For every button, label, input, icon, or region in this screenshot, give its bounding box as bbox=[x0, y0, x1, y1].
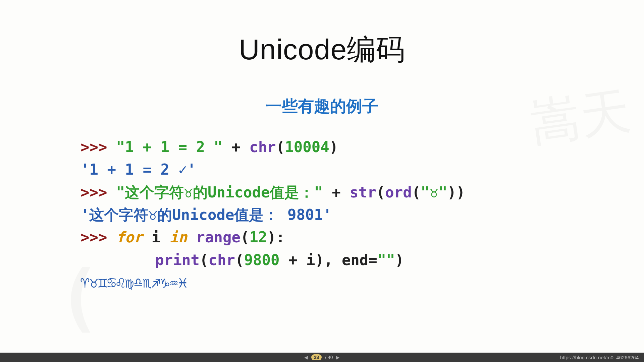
operator-plus: + bbox=[279, 251, 306, 268]
paren-open: ( bbox=[200, 251, 209, 268]
paren-close: ) bbox=[395, 251, 404, 268]
repl-prompt: >>> bbox=[80, 229, 116, 246]
keyword-in: in bbox=[169, 229, 187, 246]
space bbox=[143, 229, 152, 246]
paren-open: ( bbox=[240, 229, 250, 246]
kwarg-end: end bbox=[342, 251, 368, 268]
func-str: str bbox=[350, 184, 376, 201]
string-literal: "1 + 1 = 2 " bbox=[116, 138, 223, 156]
number-literal: 9800 bbox=[244, 251, 279, 268]
paren-open: ( bbox=[235, 251, 244, 268]
operator-plus: + bbox=[323, 184, 350, 201]
paren-open: ( bbox=[376, 184, 385, 201]
string-literal: "" bbox=[377, 251, 395, 268]
total-pages: / 40 bbox=[325, 355, 333, 360]
repl-prompt: >>> bbox=[80, 184, 116, 201]
number-literal: 12 bbox=[249, 229, 267, 246]
func-range: range bbox=[196, 229, 240, 246]
string-literal: "这个字符♉的Unicode值是：" bbox=[116, 184, 323, 201]
slide-subtitle: 一些有趣的例子 bbox=[80, 96, 564, 117]
next-page-icon[interactable]: ▶ bbox=[336, 355, 340, 360]
code-output-2: '这个字符♉的Unicode值是： 9801' bbox=[80, 203, 564, 226]
paren-open: ( bbox=[412, 184, 421, 201]
space bbox=[187, 229, 196, 246]
func-ord: ord bbox=[385, 184, 412, 201]
identifier-i: i bbox=[152, 229, 161, 246]
code-output-1: '1 + 1 = 2 ✓' bbox=[80, 158, 564, 181]
code-block: >>> "1 + 1 = 2 " + chr(10004) '1 + 1 = 2… bbox=[80, 136, 564, 294]
paren-close: )) bbox=[447, 184, 465, 201]
paren-open: ( bbox=[276, 138, 285, 156]
current-page: 23 bbox=[311, 354, 322, 360]
source-url: https://blog.csdn.net/m0_46266264 bbox=[560, 355, 639, 360]
paren-close-colon: ): bbox=[267, 229, 285, 246]
identifier-i: i bbox=[306, 251, 315, 268]
code-line-3: >>> for i in range(12): bbox=[80, 226, 564, 248]
pager: ◀ 23 / 40 ▶ bbox=[304, 354, 340, 360]
string-literal: "♉" bbox=[421, 184, 447, 201]
func-print: print bbox=[155, 251, 200, 268]
slide-body: 嵩天 ( Unicode编码 一些有趣的例子 >>> "1 + 1 = 2 " … bbox=[0, 0, 644, 353]
space bbox=[160, 229, 169, 246]
paren-close: ) bbox=[329, 138, 338, 156]
slide-title: Unicode编码 bbox=[80, 30, 564, 69]
func-chr: chr bbox=[249, 138, 276, 156]
paren-close: ) bbox=[315, 251, 324, 268]
number-literal: 10004 bbox=[285, 138, 329, 156]
equals: = bbox=[368, 251, 377, 268]
operator-plus: + bbox=[223, 138, 249, 156]
func-chr: chr bbox=[208, 251, 235, 268]
prev-page-icon[interactable]: ◀ bbox=[304, 355, 308, 360]
code-line-1: >>> "1 + 1 = 2 " + chr(10004) bbox=[80, 136, 564, 158]
keyword-for: for bbox=[116, 229, 143, 246]
footer-bar: ◀ 23 / 40 ▶ https://blog.csdn.net/m0_462… bbox=[0, 353, 644, 362]
code-line-2: >>> "这个字符♉的Unicode值是：" + str(ord("♉")) bbox=[80, 181, 564, 203]
code-output-3: ♈♉♊♋♌♍♎♏♐♑♒♓ bbox=[80, 271, 564, 294]
code-line-4: print(chr(9800 + i), end="") bbox=[80, 249, 564, 271]
comma: , bbox=[324, 251, 342, 268]
repl-prompt: >>> bbox=[80, 138, 116, 156]
